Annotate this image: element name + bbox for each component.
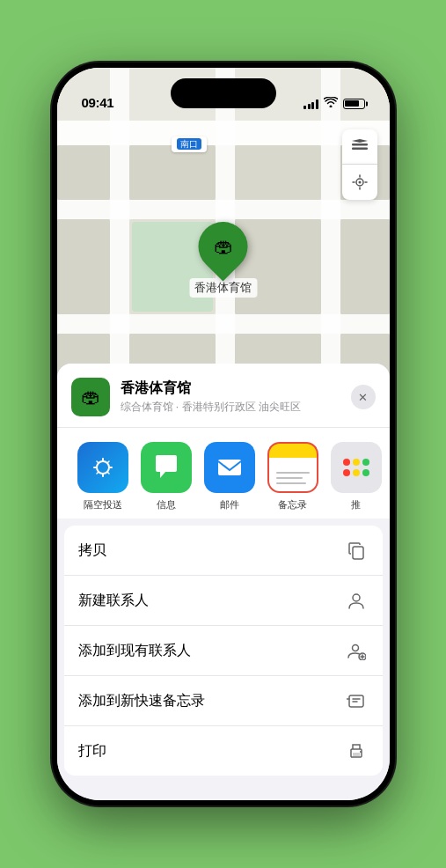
- status-icons: [303, 97, 365, 110]
- svg-rect-33: [353, 753, 360, 756]
- location-pin: 🏟 香港体育馆: [189, 222, 257, 298]
- app-item-airdrop[interactable]: 隔空投送: [71, 442, 135, 511]
- notes-icon: [267, 442, 318, 493]
- messages-icon: [141, 442, 192, 493]
- svg-rect-7: [57, 145, 110, 200]
- wifi-icon: [324, 97, 338, 110]
- location-name: 香港体育馆: [121, 379, 351, 398]
- map-layers-button[interactable]: [342, 129, 377, 165]
- messages-label: 信息: [157, 498, 176, 511]
- share-sheet: 🏟 香港体育馆 综合体育馆 · 香港特别行政区 油尖旺区 ✕: [57, 364, 390, 800]
- svg-rect-27: [353, 547, 363, 559]
- apps-row: 隔空投送 信息: [57, 428, 390, 519]
- svg-rect-14: [340, 219, 390, 314]
- more-label: 推: [351, 498, 361, 511]
- mail-label: 邮件: [220, 498, 239, 511]
- svg-rect-22: [352, 147, 368, 150]
- action-section: 拷贝 新建联系人: [64, 526, 383, 776]
- nav-label: 南口: [172, 136, 207, 152]
- app-item-messages[interactable]: 信息: [135, 442, 198, 511]
- battery-icon: [343, 99, 365, 109]
- add-note-icon: [344, 688, 369, 713]
- pin-icon: 🏟: [214, 235, 233, 258]
- app-item-mail[interactable]: 邮件: [198, 442, 261, 511]
- mail-icon: [204, 442, 255, 493]
- phone-screen: 09:41: [57, 68, 390, 800]
- close-button[interactable]: ✕: [351, 385, 376, 409]
- action-print[interactable]: 打印: [64, 726, 383, 776]
- location-header: 🏟 香港体育馆 综合体育馆 · 香港特别行政区 油尖旺区 ✕: [57, 364, 390, 428]
- location-info: 香港体育馆 综合体育馆 · 香港特别行政区 油尖旺区: [121, 379, 351, 415]
- status-time: 09:41: [82, 95, 114, 110]
- add-contact-icon: [344, 638, 369, 663]
- action-new-contact[interactable]: 新建联系人: [64, 576, 383, 626]
- svg-rect-21: [352, 143, 368, 146]
- airdrop-label: 隔空投送: [84, 498, 122, 511]
- more-icon: [331, 442, 382, 493]
- phone-frame: 09:41: [52, 63, 395, 805]
- print-label: 打印: [78, 742, 344, 761]
- new-contact-icon: [344, 588, 369, 613]
- svg-point-24: [358, 181, 361, 184]
- print-icon: [344, 739, 369, 763]
- airdrop-icon: [77, 442, 128, 493]
- svg-rect-8: [129, 145, 216, 200]
- pin-circle: 🏟: [188, 211, 258, 281]
- map-controls: [342, 129, 377, 200]
- app-item-more[interactable]: 推: [325, 442, 388, 511]
- svg-point-28: [353, 594, 360, 601]
- action-add-note[interactable]: 添加到新快速备忘录: [64, 676, 383, 726]
- add-note-label: 添加到新快速备忘录: [78, 692, 344, 710]
- copy-label: 拷贝: [78, 541, 344, 560]
- dynamic-island: [171, 78, 276, 108]
- notes-label: 备忘录: [278, 498, 307, 511]
- add-contact-label: 添加到现有联系人: [78, 642, 344, 660]
- svg-rect-9: [235, 145, 321, 200]
- copy-icon: [344, 538, 369, 563]
- action-copy[interactable]: 拷贝: [64, 526, 383, 576]
- app-item-notes[interactable]: 备忘录: [261, 442, 325, 511]
- action-add-contact[interactable]: 添加到现有联系人: [64, 626, 383, 676]
- new-contact-label: 新建联系人: [78, 592, 344, 610]
- svg-point-29: [352, 645, 358, 651]
- location-subtitle: 综合体育馆 · 香港特别行政区 油尖旺区: [121, 400, 351, 415]
- signal-bars-icon: [303, 99, 318, 109]
- map-location-button[interactable]: [342, 165, 377, 200]
- svg-point-34: [360, 751, 362, 753]
- svg-rect-11: [57, 219, 110, 314]
- svg-rect-26: [218, 460, 241, 475]
- location-venue-icon: 🏟: [71, 378, 110, 416]
